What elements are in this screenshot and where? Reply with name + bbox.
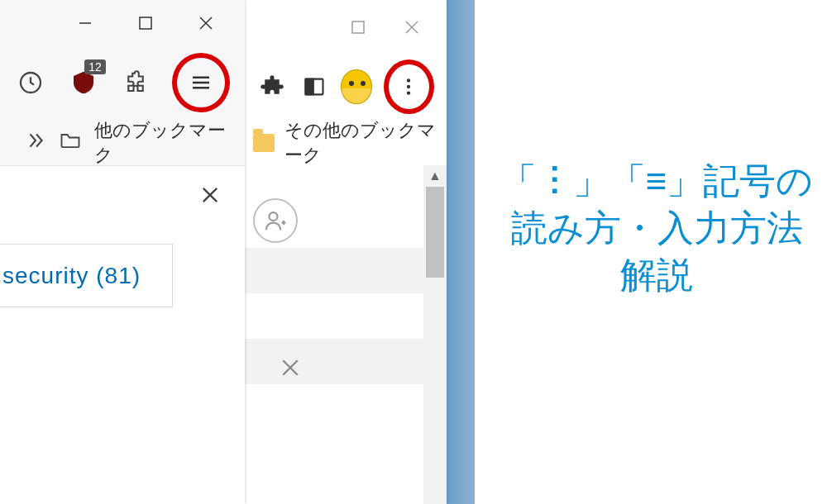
hamburger-menu-icon[interactable] xyxy=(184,66,218,99)
sidepanel-icon[interactable] xyxy=(299,70,328,103)
scroll-up-arrow[interactable]: ▲ xyxy=(423,165,447,187)
bookmarks-bar-2: その他のブックマーク xyxy=(245,120,447,165)
extensions-puzzle-icon[interactable] xyxy=(257,70,287,103)
minimize-button[interactable] xyxy=(62,7,108,40)
hamburger-highlight xyxy=(172,53,230,112)
page-body: ▲ xyxy=(245,165,447,504)
category-tab[interactable]: security (81) xyxy=(0,244,173,307)
history-icon[interactable] xyxy=(15,66,46,99)
add-user-icon[interactable] xyxy=(253,198,298,243)
other-bookmarks-label[interactable]: 他のブックマーク xyxy=(94,118,232,168)
ublock-icon[interactable]: 12 xyxy=(67,66,98,99)
svg-point-18 xyxy=(270,212,278,221)
folder-outline-icon xyxy=(59,129,82,157)
scrollbar[interactable]: ▲ xyxy=(423,165,447,504)
folder-icon xyxy=(253,134,275,152)
svg-rect-14 xyxy=(305,79,313,95)
close-button-2[interactable] xyxy=(389,11,434,44)
svg-point-15 xyxy=(407,78,410,82)
title-line2: 読み方・入力方法 xyxy=(491,204,822,251)
svg-point-16 xyxy=(407,85,410,88)
kebab-highlight xyxy=(384,59,434,114)
chevron-right-double-icon[interactable] xyxy=(25,130,46,156)
toolbar-2 xyxy=(245,54,447,120)
right-browser-window: その他のブックマーク ▲ xyxy=(245,0,447,504)
close-icon[interactable] xyxy=(198,183,222,210)
window-titlebar xyxy=(0,0,245,45)
svg-rect-1 xyxy=(140,17,151,29)
profile-avatar[interactable] xyxy=(341,69,372,104)
list-row xyxy=(245,248,447,293)
category-tab-label: security (81) xyxy=(2,263,141,289)
maximize-button[interactable] xyxy=(122,7,168,40)
svg-rect-10 xyxy=(352,21,364,33)
title-line1: 「︙」「≡」記号の xyxy=(491,157,822,204)
extensions-icon[interactable] xyxy=(120,66,151,99)
close-button[interactable] xyxy=(183,7,228,40)
title-text: 「︙」「≡」記号の 読み方・入力方法 解説 xyxy=(491,157,822,299)
vertical-blue-divider xyxy=(447,0,475,504)
bookmarks-bar: 他のブックマーク xyxy=(0,120,245,166)
extension-badge: 12 xyxy=(84,59,106,74)
list-row xyxy=(245,339,447,384)
window-titlebar-2 xyxy=(245,0,447,54)
maximize-button-2[interactable] xyxy=(335,11,380,44)
svg-point-17 xyxy=(407,91,410,94)
close-icon[interactable] xyxy=(278,355,303,383)
search-close-row xyxy=(0,166,245,227)
kebab-menu-icon[interactable] xyxy=(392,70,425,103)
title-line3: 解説 xyxy=(491,251,822,298)
scroll-thumb[interactable] xyxy=(426,187,444,278)
toolbar: 12 xyxy=(0,45,245,120)
other-bookmarks-label-2[interactable]: その他のブックマーク xyxy=(284,118,447,168)
left-browser-window: 12 他のブックマーク security (81) xyxy=(0,0,245,504)
